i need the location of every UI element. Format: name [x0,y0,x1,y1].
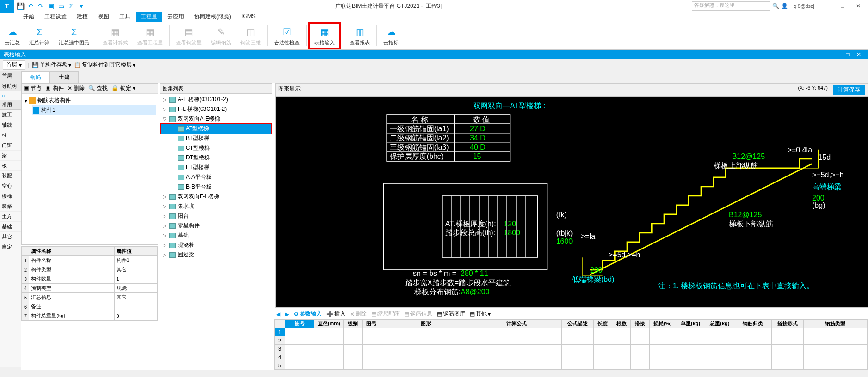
grid-cell[interactable] [612,345,631,353]
nav-梁[interactable]: 梁 [0,151,21,161]
gallery-圏过梁[interactable]: ▷圏过梁 [161,250,271,260]
grid-cell[interactable] [705,345,734,353]
grid-cell[interactable] [381,345,471,353]
grid-cell[interactable] [593,345,612,353]
prop-value[interactable]: 构件1 [114,256,157,265]
grid-cell[interactable] [314,336,344,345]
grid-cell[interactable] [734,361,771,370]
grid-cell[interactable] [734,328,771,336]
ribbon-汇总计算[interactable]: Σ汇总计算 [25,24,54,48]
qat-sigma-icon[interactable]: Σ [68,2,75,10]
close-button[interactable]: ✕ [851,3,865,9]
gallery-双网双向F-L楼梯[interactable]: ▷双网双向F-L楼梯 [161,192,271,201]
grid-cell[interactable] [649,345,676,353]
prop-value[interactable]: 其它 [114,293,157,302]
gallery-A-A平台板[interactable]: A-A平台板 [161,172,271,182]
gallery-基础[interactable]: ▷基础 [161,231,271,240]
grid-cell[interactable] [593,353,612,361]
nav-土方[interactable]: 土方 [0,212,21,222]
gallery-BT型楼梯[interactable]: BT型楼梯 [161,134,271,143]
grid-hdr[interactable]: 搭接形式 [771,320,803,328]
grid-cell[interactable] [631,328,649,336]
nav-装修[interactable]: 装修 [0,201,21,212]
grid-cell[interactable] [561,328,593,336]
grid-rownum[interactable]: 3 [275,345,285,353]
drawing-canvas[interactable]: 双网双向—AT型楼梯： 名 称 数 值 一级钢筋锚固(la1)27 D 二级钢 [276,97,868,307]
grid-cell[interactable] [803,361,867,370]
grid-cell[interactable] [471,345,561,353]
grid-cell[interactable] [285,353,314,361]
grid-cell[interactable] [676,336,705,345]
prop-value[interactable]: 其它 [114,265,157,274]
btn-arrow-left[interactable]: ◀ [276,311,280,317]
grid-cell[interactable] [285,345,314,353]
grid-cell[interactable] [631,345,649,353]
menutab-3[interactable]: 视图 [93,12,114,22]
grid-cell[interactable] [381,353,471,361]
grid-cell[interactable] [314,345,344,353]
grid-cell[interactable] [471,328,561,336]
grid-cell[interactable] [771,361,803,370]
prop-value[interactable]: 1 [114,274,157,284]
grid-cell[interactable] [362,328,381,336]
qat-a-icon[interactable]: ▣ [47,2,55,10]
grid-cell[interactable] [285,328,314,336]
tb-component[interactable]: ▣ 构件 [45,85,63,92]
grid-rownum[interactable]: 1 [275,328,285,336]
gallery-CT型楼梯[interactable]: CT型楼梯 [161,143,271,153]
grid-cell[interactable] [362,345,381,353]
menutab-6[interactable]: 云应用 [163,12,189,22]
menutab-7[interactable]: 协同建模(限免) [190,12,236,22]
grid-hdr[interactable]: 钢筋归类 [734,320,771,328]
gallery-零星构件[interactable]: ▷零星构件 [161,221,271,231]
grid-hdr[interactable]: 图形 [381,320,471,328]
panel-close-icon[interactable]: ✕ [853,51,864,58]
ribbon-云指标[interactable]: ☁云指标 [379,24,403,48]
grid-cell[interactable] [612,336,631,345]
grid-rownum[interactable]: 4 [275,353,285,361]
grid-cell[interactable] [705,353,734,361]
ribbon-云汇总[interactable]: ☁云汇总 [0,24,25,48]
gallery-DT型楼梯[interactable]: DT型楼梯 [161,153,271,163]
grid-cell[interactable] [649,328,676,336]
grid-cell[interactable] [593,328,612,336]
rebar-library-button[interactable]: ▤ 钢筋图库 [437,310,465,318]
prop-value[interactable]: 现浇 [114,284,157,293]
grid-hdr[interactable]: 单重(kg) [676,320,705,328]
grid-hdr[interactable]: 搭接 [631,320,649,328]
shrink-rebar-button[interactable]: ▤ 缩尺配筋 [371,310,400,318]
grid-cell[interactable] [381,336,471,345]
grid-cell[interactable] [803,345,867,353]
insert-button[interactable]: ➕ 插入 [326,310,345,318]
grid-cell[interactable] [631,353,649,361]
tree-root[interactable]: ▾钢筋表格构件 [24,96,156,105]
grid-cell[interactable] [676,353,705,361]
grid-cell[interactable] [381,361,471,370]
grid-hdr[interactable]: 公式描述 [561,320,593,328]
grid-cell[interactable] [381,328,471,336]
grid-hdr[interactable]: 总重(kg) [705,320,734,328]
gallery-B-B平台板[interactable]: B-B平台板 [161,182,271,192]
min-button[interactable]: — [820,3,834,9]
menutab-4[interactable]: 工具 [115,12,135,22]
prop-value[interactable] [114,302,157,311]
other-button[interactable]: ▤ 其他 ▾ [470,310,491,318]
grid-hdr[interactable]: 钢筋类型 [803,320,867,328]
grid-cell[interactable] [612,328,631,336]
ribbon-查看报表[interactable]: ▥查看报表 [345,24,375,48]
grid-cell[interactable] [561,345,593,353]
grid-cell[interactable] [561,336,593,345]
max-button[interactable]: □ [836,3,850,9]
grid-cell[interactable] [362,336,381,345]
expand-icon[interactable]: ↔ [0,91,21,100]
grid-hdr[interactable] [275,320,285,328]
menutab-5[interactable]: 工程量 [136,12,162,22]
delete-button[interactable]: ✕ 删除 [350,310,367,318]
grid-cell[interactable] [285,361,314,370]
qat-save-icon[interactable]: 💾 [17,2,24,10]
search-icon[interactable]: 🔍 [772,3,779,9]
panel-max-icon[interactable]: □ [842,51,853,58]
grid-rownum[interactable]: 2 [275,336,285,345]
param-input-button[interactable]: ⚙ 参数输入 [294,310,322,318]
tree-component-1[interactable]: 构件1 [32,105,156,115]
